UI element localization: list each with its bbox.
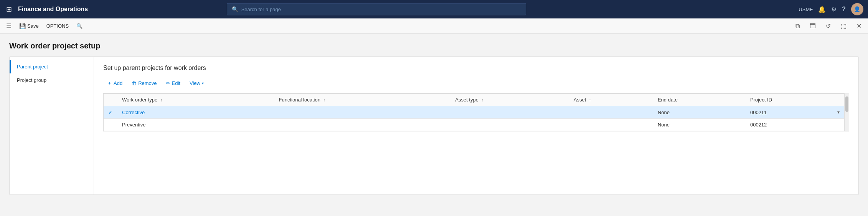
cell-project-id-1[interactable]: 000211 ▾ [746,106,844,119]
cell-asset-1 [569,106,653,119]
options-button[interactable]: OPTIONS [43,20,72,32]
cell-project-id-2: 000212 [746,119,844,131]
main-card: Parent project Project group Set up pare… [9,56,859,195]
search-bar[interactable]: 🔍 [227,3,526,15]
sort-icon-functional-location: ↑ [323,98,325,102]
col-check [104,94,117,106]
close-button[interactable]: ✕ [853,20,865,32]
cell-asset-type-2 [451,119,569,131]
table-row[interactable]: Preventive None 000212 [104,119,844,131]
search-icon: 🔍 [232,6,238,12]
edit-button[interactable]: ✏ Edit [162,78,184,88]
sort-icon-asset-type: ↑ [482,98,484,102]
data-table: Work order type ↑ Functional location ↑ … [104,93,844,131]
table-inner: Work order type ↑ Functional location ↑ … [104,93,844,131]
search-input[interactable] [241,7,521,12]
remove-icon: 🗑 [132,80,137,86]
refresh-button[interactable]: ↺ [822,20,834,32]
row-dropdown-icon[interactable]: ▾ [837,110,840,115]
table-toolbar: ＋ Add 🗑 Remove ✏ Edit View ▾ [103,78,849,88]
scrollbar-thumb[interactable] [845,96,848,112]
command-search-button[interactable]: 🔍 [73,20,86,32]
sidebar-item-parent-project[interactable]: Parent project [10,60,94,73]
cell-end-date-2: None [653,119,746,131]
col-project-id[interactable]: Project ID [746,94,844,106]
page-title: Work order project setup [9,42,859,50]
add-button[interactable]: ＋ Add [103,78,126,88]
sort-icon-asset: ↑ [589,98,591,102]
cell-functional-location-1 [274,106,451,119]
cell-asset-type-1 [451,106,569,119]
col-end-date[interactable]: End date [653,94,746,106]
table-row[interactable]: ✓ Corrective None 000211 ▾ [104,106,844,119]
col-asset[interactable]: Asset ↑ [569,94,653,106]
open-in-new-button[interactable]: 🗔 [807,20,819,32]
remove-button[interactable]: 🗑 Remove [128,78,160,88]
section-title: Set up parent projects for work orders [103,65,849,71]
save-icon: 💾 [19,23,26,29]
left-nav: Parent project Project group [10,57,94,194]
table-wrapper: Work order type ↑ Functional location ↑ … [103,93,849,131]
view-button[interactable]: View ▾ [186,78,208,88]
row-check-2 [104,119,117,131]
save-button[interactable]: 💾 Save [16,20,42,32]
restore-button[interactable]: ⬚ [837,20,850,32]
help-icon[interactable]: ? [842,6,846,13]
cell-work-order-type-1[interactable]: Corrective [117,106,274,119]
page-content: Work order project setup Parent project … [0,34,868,203]
app-title: Finance and Operations [18,6,88,13]
avatar[interactable]: 👤 [851,3,863,15]
sort-icon-work-order-type: ↑ [160,98,162,102]
view-dropdown-icon: ▾ [202,81,204,85]
col-functional-location[interactable]: Functional location ↑ [274,94,451,106]
command-bar-right: ⧉ 🗔 ↺ ⬚ ✕ [791,20,865,32]
checkmark-icon: ✓ [108,109,113,115]
right-content: Set up parent projects for work orders ＋… [94,57,858,194]
cell-asset-2 [569,119,653,131]
notification-icon[interactable]: 🔔 [818,6,826,13]
cell-work-order-type-2[interactable]: Preventive [117,119,274,131]
cell-end-date-1: None [653,106,746,119]
scrollbar[interactable] [844,93,849,131]
edit-icon: ✏ [166,80,170,86]
user-label[interactable]: USMF [799,7,813,12]
hamburger-icon[interactable]: ☰ [3,21,15,31]
col-work-order-type[interactable]: Work order type ↑ [117,94,274,106]
top-nav-right: USMF 🔔 ⚙ ? 👤 [799,3,863,15]
grid-icon[interactable]: ⊞ [5,3,13,15]
add-icon: ＋ [107,80,112,86]
command-bar: ☰ 💾 Save OPTIONS 🔍 ⧉ 🗔 ↺ ⬚ ✕ [0,18,868,34]
related-info-button[interactable]: ⧉ [791,20,804,32]
command-search-icon: 🔍 [76,23,83,29]
settings-icon[interactable]: ⚙ [831,6,837,13]
table-header-row: Work order type ↑ Functional location ↑ … [104,94,844,106]
sidebar-item-project-group[interactable]: Project group [10,73,94,87]
cell-functional-location-2 [274,119,451,131]
row-check-1: ✓ [104,106,117,119]
top-nav-bar: ⊞ Finance and Operations 🔍 USMF 🔔 ⚙ ? 👤 [0,0,868,18]
col-asset-type[interactable]: Asset type ↑ [451,94,569,106]
